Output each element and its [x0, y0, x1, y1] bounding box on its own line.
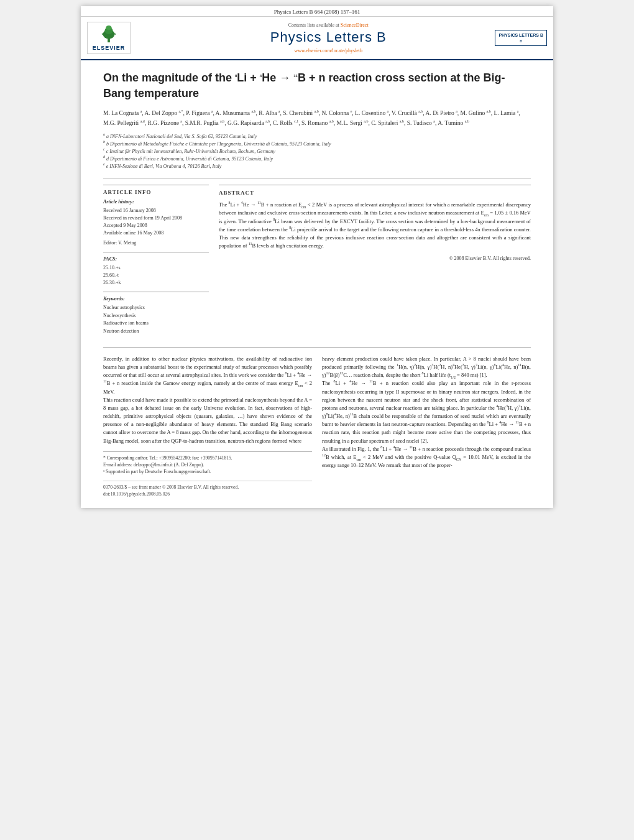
body-para-1: Recently, in addition to other nuclear p…	[103, 355, 312, 396]
sciencedirect-text: Contents lists available at	[288, 22, 339, 28]
keywords-title: Keywords:	[103, 296, 209, 302]
abstract-title: ABSTRACT	[219, 189, 531, 198]
info-abstract-section: ARTICLE INFO Article history: Received 1…	[103, 185, 531, 341]
journal-bar: Physics Letters B 664 (2008) 157–161	[81, 6, 553, 17]
sciencedirect-link[interactable]: ScienceDirect	[341, 22, 369, 28]
abstract-col: ABSTRACT The 8Li + 4He → 11B + n reactio…	[219, 185, 531, 341]
divider-2	[103, 347, 531, 348]
journal-header: ELSEVIER Contents lists available at Sci…	[81, 17, 553, 60]
body-section: Recently, in addition to other nuclear p…	[103, 355, 531, 498]
body-col-1: Recently, in addition to other nuclear p…	[103, 355, 312, 498]
abstract-section: ABSTRACT The 8Li + 4He → 11B + n reactio…	[219, 185, 531, 263]
available-date: Available online 16 May 2008	[103, 229, 209, 237]
physics-letters-badge: PHYSICS LETTERS B B	[495, 30, 547, 47]
copyright: © 2008 Elsevier B.V. All rights reserved…	[219, 255, 531, 262]
footer-doi[interactable]: doi:10.1016/j.physletb.2008.05.026	[103, 491, 312, 498]
footnote-email: E-mail address: delzoppo@lns.infn.it (A.…	[103, 461, 312, 468]
body-para-5: As illustrated in Fig. 1, the 8Li + 4He …	[322, 445, 531, 470]
svg-point-3	[106, 25, 111, 30]
pacs-section: PACS: 25.10.+s 25.60.-t 26.30.+k	[103, 252, 209, 287]
journal-title-section: Contents lists available at ScienceDirec…	[168, 22, 489, 54]
keyword-3: Radioactive ion beams	[103, 320, 209, 328]
journal-badge-section: PHYSICS LETTERS B B	[495, 22, 547, 54]
pacs-item-3: 26.30.+k	[103, 279, 209, 287]
elsevier-tree-icon	[96, 25, 121, 44]
body-col-2: heavy element production could have take…	[322, 355, 531, 498]
footer-info: 0370-2693/$ – see front matter © 2008 El…	[103, 481, 312, 498]
article-title: On the magnitude of the 8Li + 4He → 11B …	[103, 70, 531, 101]
page: Physics Letters B 664 (2008) 157–161 ELS…	[81, 6, 553, 508]
body-para-3: heavy element production could have take…	[322, 355, 531, 380]
article-info-title: ARTICLE INFO	[103, 189, 209, 195]
affiliations: a a INFN-Laboratori Nazionali del Sud, V…	[103, 133, 531, 170]
history-title: Article history:	[103, 199, 209, 205]
keywords-section: Keywords: Nuclear astrophysics Nucleosyn…	[103, 292, 209, 336]
affiliation-d: d d Dipartimento di Fisica e Astronomia,…	[103, 155, 531, 163]
footer-issn: 0370-2693/$ – see front matter © 2008 El…	[103, 484, 312, 491]
body-para-4: The 8Li + 4He → 11B + n reaction could a…	[322, 379, 531, 445]
journal-url[interactable]: www.elsevier.com/locate/physletb	[294, 48, 362, 53]
revised-date: Received in revised form 19 April 2008	[103, 215, 209, 222]
footnote-1: ¹ Supported in part by Deutsche Forschun…	[103, 468, 312, 475]
footnote-star: * Corresponding author. Tel.: +390955422…	[103, 455, 312, 461]
body-para-2: This reaction could have made it possibl…	[103, 396, 312, 445]
elsevier-wordmark: ELSEVIER	[93, 45, 126, 51]
main-content: On the magnitude of the 8Li + 4He → 11B …	[81, 60, 553, 508]
keyword-4: Neutron detection	[103, 328, 209, 336]
affiliation-a: a a INFN-Laboratori Nazionali del Sud, V…	[103, 133, 531, 141]
pacs-item-2: 25.60.-t	[103, 272, 209, 279]
keyword-2: Nucleosynthesis	[103, 312, 209, 320]
elsevier-logo: ELSEVIER	[87, 22, 131, 54]
pacs-title: PACS:	[103, 256, 209, 262]
article-info-section: ARTICLE INFO Article history: Received 1…	[103, 185, 209, 247]
sciencedirect-label: Contents lists available at ScienceDirec…	[288, 22, 369, 28]
footnotes: * Corresponding author. Tel.: +390955422…	[103, 451, 312, 476]
affiliation-e: e e INFN-Sezione di Bari, Via Orabona 4,…	[103, 163, 531, 170]
editor: Editor: V. Metag	[103, 239, 209, 247]
abstract-text: The 8Li + 4He → 11B + n reaction at Ecm …	[219, 201, 531, 250]
journal-info: Physics Letters B 664 (2008) 157–161	[274, 9, 361, 15]
article-info-col: ARTICLE INFO Article history: Received 1…	[103, 185, 209, 341]
affiliation-b: b b Dipartimento di Metodologie Fisiche …	[103, 141, 531, 148]
pacs-item-1: 25.10.+s	[103, 264, 209, 272]
affiliation-c: c c Institut für Physik mit Ionenstrahle…	[103, 148, 531, 155]
journal-title: Physics Letters B	[270, 29, 387, 45]
keyword-1: Nuclear astrophysics	[103, 304, 209, 312]
authors: M. La Cognata a, A. Del Zoppo a,*, P. Fi…	[103, 109, 531, 127]
received-date: Received 16 January 2008	[103, 207, 209, 215]
accepted-date: Accepted 9 May 2008	[103, 222, 209, 229]
badge-subtitle: B	[498, 39, 543, 44]
elsevier-logo-section: ELSEVIER	[87, 22, 162, 54]
badge-title: PHYSICS LETTERS B	[498, 32, 543, 38]
divider-1	[103, 178, 531, 178]
